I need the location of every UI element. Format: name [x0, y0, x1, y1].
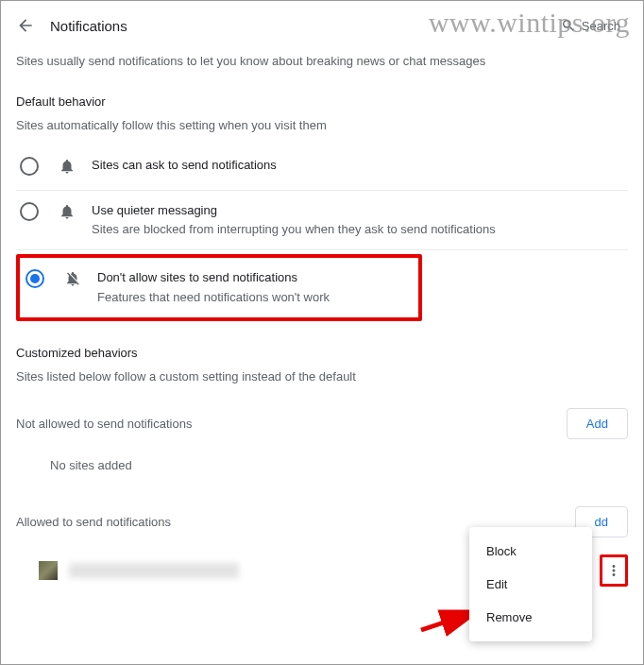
customized-title: Customized behaviors [16, 346, 628, 360]
menu-item-edit[interactable]: Edit [469, 568, 592, 601]
option-sub: Sites are blocked from interrupting you … [92, 221, 628, 238]
search-placeholder: Search [582, 19, 620, 33]
not-allowed-empty: No sites added [16, 449, 628, 482]
radio-selected[interactable] [25, 269, 44, 288]
menu-item-block[interactable]: Block [469, 535, 592, 568]
highlighted-more-button [600, 554, 628, 587]
customized-subtitle: Sites listed below follow a custom setti… [16, 369, 628, 384]
add-not-allowed-button[interactable]: Add [567, 408, 628, 439]
context-menu: Block Edit Remove [469, 527, 592, 641]
option-dont-allow[interactable]: Don't allow sites to send notifications … [22, 262, 416, 313]
arrow-left-icon [16, 16, 35, 35]
bell-off-icon [63, 270, 82, 287]
not-allowed-title: Not allowed to send notifications [16, 417, 192, 431]
back-button[interactable] [16, 16, 35, 35]
intro-text: Sites usually send notifications to let … [16, 54, 628, 68]
more-vert-icon [605, 562, 622, 579]
site-favicon [39, 561, 58, 580]
default-behavior-title: Default behavior [16, 94, 628, 109]
option-sub: Features that need notifications won't w… [97, 289, 416, 306]
highlighted-option: Don't allow sites to send notifications … [16, 254, 422, 320]
page-title: Notifications [50, 18, 127, 34]
bell-icon [58, 203, 76, 220]
menu-item-remove[interactable]: Remove [469, 601, 592, 634]
bell-icon [58, 158, 76, 175]
option-sites-can-ask[interactable]: Sites can ask to send notifications [16, 145, 628, 191]
search-icon [561, 18, 576, 33]
search-field[interactable]: Search [561, 18, 620, 33]
default-behavior-subtitle: Sites automatically follow this setting … [16, 118, 628, 132]
option-label: Don't allow sites to send notifications [97, 269, 416, 286]
site-name-blurred [69, 563, 239, 578]
radio-unselected[interactable] [20, 157, 39, 176]
option-quieter-messaging[interactable]: Use quieter messaging Sites are blocked … [16, 191, 628, 250]
option-label: Sites can ask to send notifications [92, 157, 628, 174]
allowed-title: Allowed to send notifications [16, 515, 171, 529]
more-options-button[interactable] [602, 555, 625, 586]
radio-unselected[interactable] [20, 202, 39, 221]
option-label: Use quieter messaging [92, 202, 628, 219]
